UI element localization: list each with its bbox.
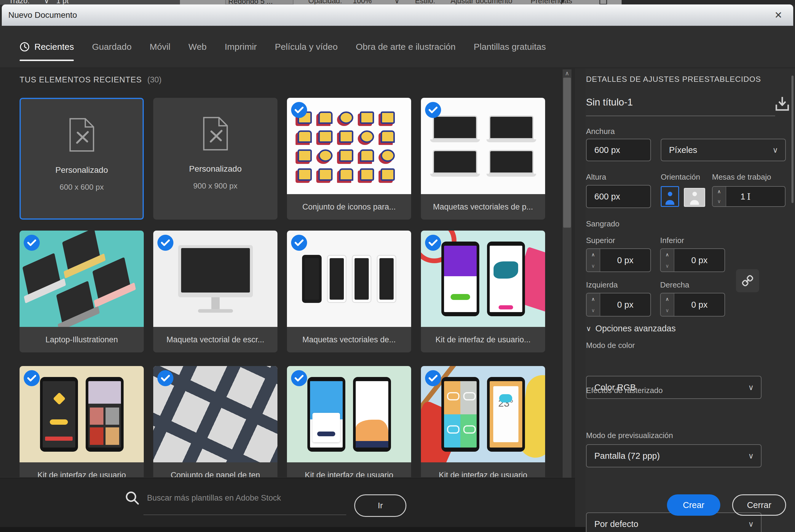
template-card-map-panel[interactable]: Conjunto de panel de ten (153, 366, 278, 477)
check-icon (157, 235, 173, 251)
opacity-value[interactable]: 100% (353, 0, 372, 5)
chevron-down-icon: ∨ (586, 325, 591, 333)
bleed-right-field[interactable]: ∧ ∨ 0 px (660, 293, 725, 317)
chevron-down-icon: ∨ (748, 383, 754, 392)
spinner-down-icon[interactable]: ∨ (661, 305, 674, 316)
tab-plantillas-gratuitas[interactable]: Plantillas gratuitas (474, 26, 546, 68)
tab-pelicula-video[interactable]: Película y vídeo (275, 26, 338, 68)
template-card-ui-kit-dark[interactable]: Kit de interfaz de usuario (20, 366, 144, 477)
bleed-top-value[interactable]: 0 px (600, 249, 650, 271)
card-thumbnail (287, 366, 411, 462)
spinner-up-icon[interactable]: ∧ (587, 293, 600, 305)
templates-scrollbar[interactable]: ∧ ∨ (563, 69, 571, 486)
template-card-laptop-mockups[interactable]: Maquetas vectoriales de p... (421, 98, 545, 220)
orientation-portrait-button[interactable] (661, 186, 679, 207)
close-dialog-button[interactable]: Cerrar (732, 494, 786, 516)
template-card-laptop-illustrationen[interactable]: Laptop-Illustrationen (20, 231, 144, 353)
spinner-up-icon[interactable]: ∧ (661, 293, 674, 305)
bleed-right-value[interactable]: 0 px (674, 293, 724, 316)
stroke-width-value[interactable]: 1 pt (56, 0, 69, 5)
template-card-phone-mockups[interactable]: Maquetas vectoriales de... (287, 231, 411, 353)
brush-select[interactable]: Redondo 5 ... (225, 0, 294, 5)
artboards-field[interactable]: ∧ ∨ 1 I (712, 186, 785, 207)
recent-heading: TUS ELEMENTOS RECIENTES (30) (20, 75, 162, 84)
document-name-input[interactable] (586, 97, 764, 108)
save-preset-icon[interactable] (774, 95, 791, 113)
raster-dropdown[interactable]: Pantalla (72 ppp) ∨ (586, 444, 761, 468)
card-title: Maquetas vectoriales de p... (421, 194, 545, 220)
spinner-down-icon[interactable]: ∨ (661, 260, 674, 271)
card-thumbnail (287, 231, 411, 327)
style-label[interactable]: Estilo: (415, 0, 435, 5)
orientation-landscape-button[interactable] (684, 188, 705, 207)
bleed-bottom-field[interactable]: ∧ ∨ 0 px (660, 248, 725, 272)
panel-scrollbar-thumb[interactable] (792, 76, 794, 203)
bleed-right-label: Derecha (660, 280, 689, 289)
spinner-down-icon[interactable]: ∨ (713, 196, 726, 206)
card-title: Laptop-Illustrationen (20, 327, 144, 353)
tab-obra-de-arte[interactable]: Obra de arte e ilustración (356, 26, 456, 68)
check-icon (291, 235, 307, 251)
check-icon (425, 370, 441, 386)
template-card-personalizado-900[interactable]: Personalizado 900 x 900 px (153, 98, 278, 220)
spinner-up-icon[interactable]: ∧ (587, 249, 600, 260)
chevron-down-icon: ∨ (748, 519, 754, 529)
scroll-up-icon[interactable]: ∧ (563, 69, 571, 77)
preferences-button[interactable]: Preferencias (531, 0, 572, 5)
spinner-down-icon[interactable]: ∨ (587, 305, 600, 316)
document-pencil-icon (68, 117, 96, 152)
bleed-top-field[interactable]: ∧ ∨ 0 px (586, 248, 651, 272)
card-thumbnail (20, 366, 144, 462)
recent-heading-text: TUS ELEMENTOS RECIENTES (20, 75, 142, 84)
opacity-label[interactable]: Opacidad: (308, 0, 342, 5)
chevron-down-icon: ∨ (748, 451, 754, 460)
bleed-left-field[interactable]: ∧ ∨ 0 px (586, 293, 651, 317)
tab-web[interactable]: Web (189, 26, 207, 68)
spinner-down-icon[interactable]: ∨ (587, 260, 600, 271)
advanced-options-toggle[interactable]: ∨ Opciones avanzadas (586, 324, 676, 334)
tab-movil[interactable]: Móvil (150, 26, 170, 68)
scrollbar-thumb[interactable] (563, 78, 571, 228)
fit-document-button[interactable]: Ajustar documento (451, 0, 512, 5)
stroke-label[interactable]: Trazo: (9, 0, 30, 5)
width-field[interactable] (586, 139, 651, 161)
width-input[interactable] (587, 145, 650, 155)
tab-recientes[interactable]: Recientes (20, 26, 74, 68)
template-card-icon-set[interactable]: Conjunto de iconos para... (287, 98, 411, 220)
tab-label: Imprimir (225, 42, 257, 52)
spinner-up-icon[interactable]: ∧ (713, 187, 726, 196)
create-button[interactable]: Crear (667, 494, 720, 516)
close-icon[interactable]: ✕ (772, 8, 785, 22)
card-title: Personalizado (189, 164, 242, 174)
tab-guardado[interactable]: Guardado (92, 26, 131, 68)
template-card-ui-kit-purple[interactable]: Kit de interfaz de usuario... (421, 231, 545, 353)
chain-link-icon (742, 275, 754, 287)
chevron-down-icon[interactable]: ∨ (44, 0, 49, 5)
card-title: Conjunto de panel de ten (153, 462, 278, 477)
unit-dropdown[interactable]: Píxeles ∨ (661, 139, 786, 161)
landscape-icon (689, 196, 700, 205)
bleed-left-value[interactable]: 0 px (600, 293, 650, 316)
preview-mode-value: Por defecto (587, 519, 638, 529)
card-title: Kit de interfaz de usuario (421, 462, 545, 477)
advanced-options-label: Opciones avanzadas (595, 324, 676, 334)
template-card-ui-kit-blue[interactable]: Kit de interfaz de usuario (287, 366, 411, 477)
template-card-ui-kit-weather[interactable]: 23° Kit de interfaz de usuario (421, 366, 545, 477)
search-input[interactable] (147, 493, 325, 503)
artboards-value-wrap[interactable]: 1 I (726, 187, 785, 206)
spinner-up-icon[interactable]: ∧ (661, 249, 674, 260)
panel-heading: DETALLES DE AJUSTES PREESTABLECIDOS (586, 75, 761, 84)
height-field[interactable] (586, 185, 651, 208)
link-bleed-values-button[interactable] (736, 269, 759, 292)
template-card-desktop-mockup[interactable]: Maqueta vectorial de escr... (153, 231, 278, 353)
document-name-field[interactable] (586, 97, 764, 108)
bleed-bottom-value[interactable]: 0 px (674, 249, 724, 271)
chevron-down-icon[interactable]: ∨ (394, 0, 400, 5)
template-card-personalizado-600[interactable]: Personalizado 600 x 600 px (20, 98, 144, 220)
tab-imprimir[interactable]: Imprimir (225, 26, 257, 68)
go-button[interactable]: Ir (354, 494, 406, 517)
card-thumbnail (20, 231, 144, 327)
preview-mode-dropdown[interactable]: Por defecto ∨ (586, 512, 761, 532)
height-input[interactable] (587, 192, 650, 202)
tab-label: Película y vídeo (275, 42, 338, 52)
